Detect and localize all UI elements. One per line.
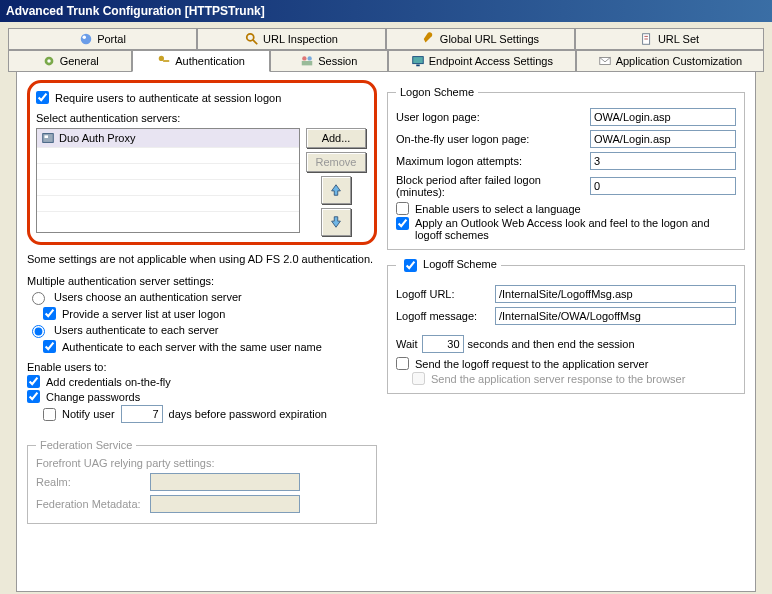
logoff-url-input[interactable] <box>495 285 736 303</box>
arrow-down-icon <box>329 215 343 229</box>
keys-icon <box>157 54 171 68</box>
change-pw-label: Change passwords <box>46 391 140 403</box>
server-icon <box>41 131 55 145</box>
change-pw-checkbox[interactable] <box>27 390 40 403</box>
tabs: Portal URL Inspection Global URL Setting… <box>0 22 772 592</box>
logoff-url-label: Logoff URL: <box>396 288 491 300</box>
tab-portal[interactable]: Portal <box>8 28 197 50</box>
logon-scheme-fieldset: Logon Scheme User logon page: On-the-fly… <box>387 86 745 250</box>
add-cred-label: Add credentials on-the-fly <box>46 376 171 388</box>
window-titlebar: Advanced Trunk Configuration [HTTPSTrunk… <box>0 0 772 22</box>
tab-url-set[interactable]: URL Set <box>575 28 764 50</box>
send-logoff-label: Send the logoff request to the applicati… <box>415 358 648 370</box>
add-cred-checkbox[interactable] <box>27 375 40 388</box>
envelope-icon <box>598 54 612 68</box>
fed-meta-label: Federation Metadata: <box>36 498 146 510</box>
enable-lang-label: Enable users to select a language <box>415 203 581 215</box>
document-icon <box>640 32 654 46</box>
notify-user-label: Notify user <box>62 408 115 420</box>
tab-endpoint[interactable]: Endpoint Access Settings <box>388 50 576 72</box>
move-down-button[interactable] <box>321 208 351 236</box>
svg-point-12 <box>308 56 312 60</box>
provide-list-checkbox[interactable] <box>43 307 56 320</box>
notify-user-checkbox[interactable] <box>43 408 56 421</box>
svg-point-11 <box>302 56 306 60</box>
svg-point-8 <box>47 59 51 63</box>
logoff-scheme-fieldset: Logoff Scheme Logoff URL: Logoff message… <box>387 256 745 394</box>
radio-users-each-label: Users authenticate to each server <box>54 324 218 336</box>
block-period-label: Block period after failed logon (minutes… <box>396 174 586 198</box>
wait-input[interactable] <box>422 335 464 353</box>
svg-rect-15 <box>416 65 420 67</box>
tab-global-url[interactable]: Global URL Settings <box>386 28 575 50</box>
fed-meta-input <box>150 495 300 513</box>
remove-server-button[interactable]: Remove <box>306 152 366 172</box>
federation-legend: Federation Service <box>36 439 136 451</box>
svg-point-1 <box>83 36 87 40</box>
svg-point-0 <box>81 34 92 45</box>
radio-users-choose-label: Users choose an authentication server <box>54 291 242 303</box>
logoff-msg-input[interactable] <box>495 307 736 325</box>
tab-general[interactable]: General <box>8 50 132 72</box>
auth-same-name-label: Authenticate to each server with the sam… <box>62 341 322 353</box>
auth-server-list[interactable]: Duo Auth Proxy <box>36 128 300 233</box>
onfly-page-label: On-the-fly user logon page: <box>396 133 586 145</box>
tab-url-inspection[interactable]: URL Inspection <box>197 28 386 50</box>
svg-rect-13 <box>302 61 313 65</box>
send-app-resp-label: Send the application server response to … <box>431 373 685 385</box>
require-auth-label: Require users to authenticate at session… <box>55 92 281 104</box>
svg-rect-18 <box>45 135 49 138</box>
wait-label: Wait <box>396 338 418 350</box>
svg-line-3 <box>253 40 257 44</box>
wrench-icon <box>422 32 436 46</box>
radio-users-choose[interactable] <box>32 292 45 305</box>
send-app-resp-checkbox <box>412 372 425 385</box>
send-logoff-checkbox[interactable] <box>396 357 409 370</box>
provide-list-label: Provide a server list at user logon <box>62 308 225 320</box>
multi-auth-heading: Multiple authentication server settings: <box>27 275 377 287</box>
logoff-scheme-checkbox[interactable] <box>404 259 417 272</box>
auth-same-name-checkbox[interactable] <box>43 340 56 353</box>
federation-fieldset: Federation Service Forefront UAG relying… <box>27 439 377 524</box>
realm-input <box>150 473 300 491</box>
enable-lang-checkbox[interactable] <box>396 202 409 215</box>
user-logon-page-label: User logon page: <box>396 111 586 123</box>
auth-highlight-box: Require users to authenticate at session… <box>27 80 377 245</box>
block-period-input[interactable] <box>590 177 736 195</box>
server-row-duo[interactable]: Duo Auth Proxy <box>37 129 299 148</box>
realm-label: Realm: <box>36 476 146 488</box>
move-up-button[interactable] <box>321 176 351 204</box>
tab-authentication[interactable]: Authentication <box>132 50 269 72</box>
fed-settings-label: Forefront UAG relying party settings: <box>36 457 368 469</box>
require-auth-checkbox[interactable] <box>36 91 49 104</box>
enable-users-heading: Enable users to: <box>27 361 377 373</box>
users-icon <box>300 54 314 68</box>
logon-scheme-legend: Logon Scheme <box>396 86 478 98</box>
select-servers-label: Select authentication servers: <box>36 112 368 124</box>
svg-rect-14 <box>413 57 424 64</box>
logoff-msg-label: Logoff message: <box>396 310 491 322</box>
wait-after-label: seconds and then end the session <box>468 338 635 350</box>
apply-owa-label: Apply an Outlook Web Access look and fee… <box>415 217 736 241</box>
magnifier-icon <box>245 32 259 46</box>
notify-days-after-label: days before password expiration <box>169 408 327 420</box>
notify-days-input[interactable] <box>121 405 163 423</box>
tab-app-customization[interactable]: Application Customization <box>576 50 764 72</box>
apply-owa-checkbox[interactable] <box>396 217 409 230</box>
tab-session[interactable]: Session <box>270 50 388 72</box>
onfly-page-input[interactable] <box>590 130 736 148</box>
radio-users-each[interactable] <box>32 325 45 338</box>
svg-rect-10 <box>163 60 169 62</box>
arrow-up-icon <box>329 183 343 197</box>
monitor-icon <box>411 54 425 68</box>
max-attempts-input[interactable] <box>590 152 736 170</box>
add-server-button[interactable]: Add... <box>306 128 366 148</box>
max-attempts-label: Maximum logon attempts: <box>396 155 586 167</box>
adfs-note: Some settings are not applicable when us… <box>27 253 377 265</box>
logoff-scheme-legend: Logoff Scheme <box>396 256 501 275</box>
gear-icon <box>42 54 56 68</box>
svg-point-2 <box>247 34 254 41</box>
portal-icon <box>79 32 93 46</box>
user-logon-page-input[interactable] <box>590 108 736 126</box>
